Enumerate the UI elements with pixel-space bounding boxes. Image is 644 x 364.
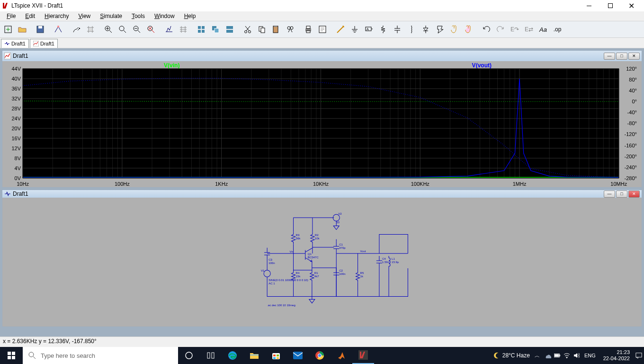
inductor-button[interactable] (404, 22, 419, 36)
battery-icon[interactable] (554, 352, 561, 359)
print-button[interactable] (301, 22, 315, 36)
svg-rect-188 (559, 355, 560, 356)
rotate-button[interactable]: E↷ (508, 22, 522, 36)
mdi-maximize-button[interactable]: □ (616, 191, 627, 198)
mdi-minimize-button[interactable]: — (604, 191, 615, 198)
copy-button[interactable] (255, 22, 269, 36)
language-indicator[interactable]: ENG (582, 353, 598, 358)
cut-button[interactable] (241, 22, 255, 36)
svg-point-162 (264, 270, 270, 277)
svg-text:1KHz: 1KHz (215, 181, 228, 187)
svg-text:BC547C: BC547C (308, 256, 319, 259)
svg-text:-40°: -40° (627, 109, 637, 115)
menu-tools[interactable]: Tools (127, 12, 150, 20)
drag-button[interactable] (461, 22, 475, 36)
diode-button[interactable] (419, 22, 433, 36)
print-setup-button[interactable] (315, 22, 330, 36)
plot-area[interactable]: 10Hz100Hz1KHz10KHz100KHz1MHz10MHz0V4V8V1… (6, 62, 638, 187)
taskbar-app-store[interactable] (265, 347, 287, 364)
mdi-close-button[interactable]: ✕ (628, 191, 640, 198)
wifi-icon[interactable] (564, 352, 570, 359)
menu-window[interactable]: Window (150, 12, 179, 20)
start-button[interactable] (0, 347, 23, 364)
cortana-button[interactable] (200, 347, 222, 364)
menu-help[interactable]: Help (179, 12, 201, 20)
mdi-minimize-button[interactable]: — (604, 53, 615, 60)
paste-button[interactable] (269, 22, 283, 36)
maximize-button[interactable] (599, 0, 621, 11)
component-button[interactable] (433, 22, 447, 36)
close-all-button[interactable] (223, 22, 237, 36)
draw-wire-button[interactable] (333, 22, 348, 36)
undo-button[interactable] (479, 22, 493, 36)
tray-overflow-button[interactable]: ︿ (533, 352, 542, 359)
tab-schematic[interactable]: Draft1 (1, 39, 29, 48)
label-net-button[interactable]: A (362, 22, 376, 36)
taskbar-app-chrome[interactable] (309, 347, 331, 364)
svg-text:AC 1: AC 1 (268, 282, 275, 285)
tile-button[interactable] (194, 22, 208, 36)
taskbar-app-edge[interactable] (222, 347, 243, 364)
plot-icon (4, 53, 11, 59)
find-button[interactable] (283, 22, 297, 36)
setup-button[interactable] (176, 22, 190, 36)
svg-text:.ac dec 100 10 10meg: .ac dec 100 10 10meg (267, 304, 295, 307)
pan-button[interactable] (116, 22, 130, 36)
menu-file[interactable]: File (2, 12, 20, 20)
resistor-button[interactable] (376, 22, 390, 36)
close-button[interactable]: ✕ (621, 0, 642, 11)
minimize-button[interactable] (578, 0, 599, 11)
open-button[interactable] (15, 22, 29, 36)
move-button[interactable] (447, 22, 461, 36)
cursor-readout: x = 2.636KHz y = 12.336V, -167.850° (3, 338, 97, 345)
svg-point-24 (290, 27, 293, 29)
onedrive-icon[interactable] (545, 352, 551, 359)
new-schematic-button[interactable] (1, 22, 15, 36)
notifications-button[interactable] (635, 352, 642, 359)
halt-button[interactable] (83, 22, 98, 36)
clock[interactable]: 21:23 22-04-2022 (600, 349, 633, 362)
svg-text:10k: 10k (315, 237, 320, 240)
svg-rect-181 (277, 357, 279, 359)
task-view-button[interactable] (178, 347, 200, 364)
zoom-in-button[interactable] (101, 22, 116, 36)
run-button[interactable] (69, 22, 83, 36)
text-button[interactable]: Aa (536, 22, 550, 36)
redo-button[interactable] (493, 22, 508, 36)
menu-edit[interactable]: Edit (20, 12, 40, 20)
schematic-window-titlebar[interactable]: Draft1 — □ ✕ (2, 190, 642, 198)
taskbar-app-ltspice[interactable] (352, 347, 374, 364)
zoom-fit-button[interactable] (144, 22, 158, 36)
plot-window-title: Draft1 (13, 53, 28, 59)
cascade-button[interactable] (208, 22, 223, 36)
zoom-out-button[interactable] (130, 22, 144, 36)
taskbar-app-explorer[interactable] (243, 347, 265, 364)
save-button[interactable] (33, 22, 47, 36)
menu-view[interactable]: View (73, 12, 95, 20)
ground-button[interactable] (348, 22, 362, 36)
weather-widget[interactable]: 28°C Haze (494, 352, 530, 359)
mdi-close-button[interactable]: ✕ (628, 53, 640, 60)
svg-text:-80°: -80° (627, 120, 637, 126)
plot-window-titlebar[interactable]: Draft1 — □ ✕ (2, 51, 642, 61)
svg-rect-169 (8, 356, 11, 359)
mirror-button[interactable]: E⇄ (522, 22, 536, 36)
mdi-maximize-button[interactable]: □ (616, 53, 627, 60)
menu-simulate[interactable]: Simulate (95, 12, 127, 20)
system-tray: 28°C Haze ︿ ENG 21:23 22-04-2022 (494, 349, 644, 362)
svg-point-6 (119, 26, 124, 31)
spice-directive-button[interactable]: .op (550, 22, 564, 36)
search-icon (28, 352, 36, 359)
volume-icon[interactable] (573, 352, 580, 359)
taskbar-app-matlab[interactable] (331, 347, 352, 364)
svg-text:C1: C1 (339, 243, 343, 246)
search-box[interactable]: Type here to search (23, 347, 178, 364)
tab-plot[interactable]: Draft1 (30, 39, 58, 48)
svg-text:32V: 32V (11, 96, 21, 101)
capacitor-button[interactable] (390, 22, 404, 36)
menu-hierarchy[interactable]: Hierarchy (40, 12, 73, 20)
taskbar-app-mail[interactable] (287, 347, 309, 364)
schematic-canvas[interactable]: V210R356kR210kC1470pVoutC41.59nL115.9µQ1… (2, 198, 642, 327)
autorange-button[interactable] (162, 22, 176, 36)
control-panel-button[interactable] (51, 22, 65, 36)
